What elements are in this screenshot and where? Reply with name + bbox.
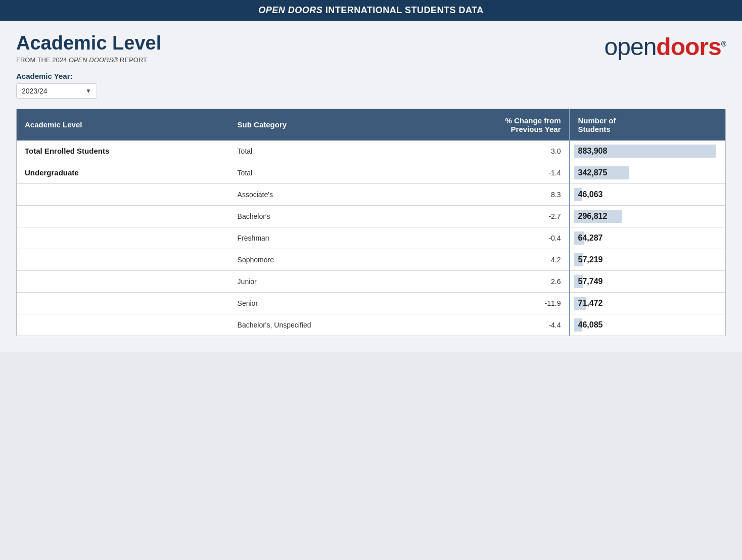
- title-block: Academic Level FROM THE 2024 OPEN DOORS®…: [16, 33, 161, 64]
- subtitle: FROM THE 2024 OPEN DOORS® REPORT: [16, 56, 161, 64]
- year-value: 2023/24: [22, 87, 48, 95]
- table-row: Total Enrolled Students Total 3.0 883,90…: [17, 141, 725, 162]
- table-row: Freshman -0.4 64,287: [17, 227, 725, 249]
- table-row: Bachelor's -2.7 296,812: [17, 205, 725, 227]
- cell-num-students: 296,812: [570, 205, 725, 227]
- col-header-academic-level: Academic Level: [17, 109, 229, 141]
- subtitle-end: REPORT: [118, 56, 148, 64]
- col-header-sub-category: Sub Category: [229, 109, 428, 141]
- cell-sub-category: Total: [229, 162, 428, 183]
- cell-level: [17, 183, 229, 205]
- academic-level-table: Academic Level Sub Category % Change fro…: [17, 109, 725, 336]
- banner-normal: INTERNATIONAL STUDENTS DATA: [322, 5, 484, 15]
- table-row: Sophomore 4.2 57,219: [17, 249, 725, 270]
- col-header-pct-change: % Change fromPrevious Year: [428, 109, 569, 141]
- cell-level: [17, 249, 229, 270]
- cell-level: [17, 292, 229, 314]
- logo-text: opendoors®: [605, 33, 726, 61]
- cell-pct-change: -11.9: [428, 292, 569, 314]
- data-table-container: Academic Level Sub Category % Change fro…: [16, 109, 726, 336]
- cell-sub-category: Sophomore: [229, 249, 428, 270]
- table-row: Undergraduate Total -1.4 342,875: [17, 162, 725, 183]
- cell-pct-change: -0.4: [428, 227, 569, 249]
- cell-num-students: 57,749: [570, 270, 725, 292]
- cell-num-students: 883,908: [570, 141, 725, 162]
- col-header-num-students: Number ofStudents: [570, 109, 725, 141]
- dropdown-arrow-icon: ▼: [85, 87, 91, 95]
- cell-sub-category: Bachelor's: [229, 205, 428, 227]
- cell-num-students: 46,085: [570, 314, 725, 336]
- page-title: Academic Level: [16, 33, 161, 54]
- cell-level: Undergraduate: [17, 162, 229, 183]
- cell-pct-change: -2.7: [428, 205, 569, 227]
- cell-num-students: 71,472: [570, 292, 725, 314]
- banner-italic: OPEN DOORS: [258, 5, 322, 15]
- cell-level: [17, 314, 229, 336]
- year-dropdown[interactable]: 2023/24 ▼: [16, 83, 97, 99]
- cell-level: [17, 205, 229, 227]
- filter-label: Academic Year:: [16, 72, 726, 80]
- subtitle-normal: FROM THE 2024: [16, 56, 69, 64]
- cell-sub-category: Associate's: [229, 183, 428, 205]
- cell-pct-change: 4.2: [428, 249, 569, 270]
- table-row: Junior 2.6 57,749: [17, 270, 725, 292]
- subtitle-italic: OPEN DOORS®: [69, 56, 118, 64]
- table-header-row: Academic Level Sub Category % Change fro…: [17, 109, 725, 141]
- cell-level: [17, 227, 229, 249]
- cell-pct-change: 3.0: [428, 141, 569, 162]
- cell-sub-category: Bachelor's, Unspecified: [229, 314, 428, 336]
- cell-sub-category: Freshman: [229, 227, 428, 249]
- table-row: Bachelor's, Unspecified -4.4 46,085: [17, 314, 725, 336]
- cell-pct-change: -1.4: [428, 162, 569, 183]
- table-row: Senior -11.9 71,472: [17, 292, 725, 314]
- cell-pct-change: 2.6: [428, 270, 569, 292]
- cell-level: Total Enrolled Students: [17, 141, 229, 162]
- cell-sub-category: Total: [229, 141, 428, 162]
- cell-pct-change: 8.3: [428, 183, 569, 205]
- cell-num-students: 57,219: [570, 249, 725, 270]
- table-row: Associate's 8.3 46,063: [17, 183, 725, 205]
- cell-num-students: 64,287: [570, 227, 725, 249]
- cell-level: [17, 270, 229, 292]
- cell-pct-change: -4.4: [428, 314, 569, 336]
- filter-section: Academic Year: 2023/24 ▼: [16, 72, 726, 99]
- cell-sub-category: Junior: [229, 270, 428, 292]
- cell-num-students: 342,875: [570, 162, 725, 183]
- cell-num-students: 46,063: [570, 183, 725, 205]
- logo: opendoors®: [605, 33, 726, 61]
- top-banner: OPEN DOORS INTERNATIONAL STUDENTS DATA: [0, 0, 742, 21]
- cell-sub-category: Senior: [229, 292, 428, 314]
